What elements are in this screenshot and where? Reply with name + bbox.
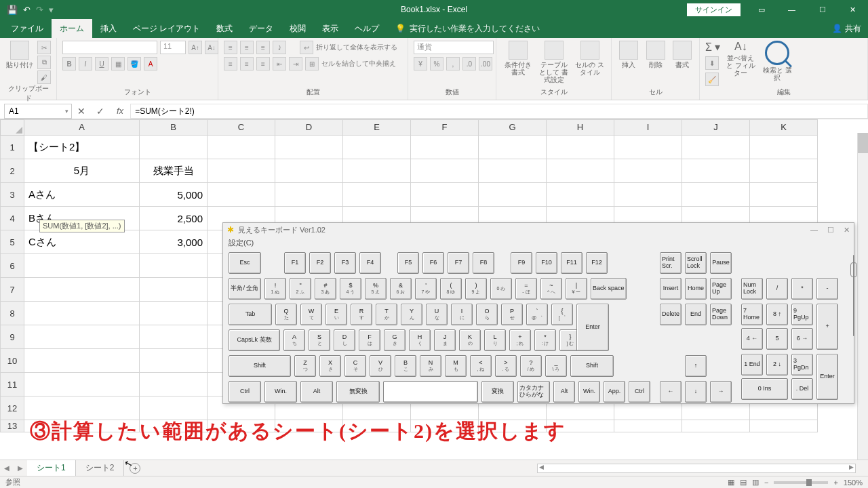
horizontal-scrollbar[interactable] xyxy=(537,464,856,473)
view-normal-icon[interactable]: ▦ xyxy=(728,478,734,487)
sheet-tab-1[interactable]: シート1 xyxy=(27,460,76,476)
font-size-combo[interactable]: 11 xyxy=(160,41,186,54)
key-lalt[interactable]: Alt xyxy=(300,381,333,403)
key-up[interactable]: ↑ xyxy=(685,355,707,377)
key-9[interactable]: )9 よ xyxy=(465,278,487,300)
paste-button[interactable]: 貼り付け xyxy=(5,41,33,68)
key-0[interactable]: 0 わ xyxy=(490,278,512,300)
key-6[interactable]: &6 お xyxy=(390,278,412,300)
underline-icon[interactable]: U xyxy=(95,57,108,70)
tab-file[interactable]: ファイル xyxy=(3,19,52,38)
row-11[interactable]: 11 xyxy=(0,373,24,396)
key-slash[interactable]: ?/ め xyxy=(520,355,542,377)
key-pgup[interactable]: Page Up xyxy=(710,278,732,300)
key-num7[interactable]: 7 Home xyxy=(741,304,763,325)
row-7[interactable]: 7 xyxy=(0,278,24,302)
col-H[interactable]: H xyxy=(547,119,614,136)
border-icon[interactable]: ▦ xyxy=(111,57,125,70)
col-C[interactable]: C xyxy=(208,119,275,136)
col-G[interactable]: G xyxy=(479,119,547,136)
tab-formulas[interactable]: 数式 xyxy=(208,19,241,38)
key-numminus[interactable]: - xyxy=(816,278,838,300)
key-scrlk[interactable]: Scroll Lock xyxy=(685,252,707,274)
key-k[interactable]: Kの xyxy=(459,329,481,351)
key-f11[interactable]: F11 xyxy=(561,252,583,274)
row-2[interactable]: 2 xyxy=(0,159,24,183)
kb-close[interactable]: ✕ xyxy=(844,226,850,235)
row-13[interactable]: 13 xyxy=(0,420,24,432)
key-g[interactable]: Gき xyxy=(384,329,406,351)
key-num2[interactable]: 2 ↓ xyxy=(766,354,788,375)
key-lctrl[interactable]: Ctrl xyxy=(229,381,261,403)
key-app[interactable]: App. xyxy=(604,381,625,403)
key-f3[interactable]: F3 xyxy=(334,252,356,274)
key-pgdn[interactable]: Page Down xyxy=(710,304,732,325)
minimize-button[interactable]: — xyxy=(776,0,807,19)
format-painter-icon[interactable]: 🖌 xyxy=(37,70,51,84)
zoom-out[interactable]: − xyxy=(764,479,768,487)
percent-icon[interactable]: % xyxy=(430,57,443,70)
key-2[interactable]: "2 ふ xyxy=(290,278,311,300)
key-v[interactable]: Vひ xyxy=(370,355,391,377)
cell-style-button[interactable]: セルの スタイル xyxy=(574,41,606,76)
vertical-scrollbar[interactable] xyxy=(857,133,868,460)
row-9[interactable]: 9 xyxy=(0,325,24,349)
key-3[interactable]: #3 あ xyxy=(315,278,336,300)
cell-A5[interactable]: Cさん xyxy=(24,230,140,254)
conditional-format-button[interactable]: 条件付き 書式 xyxy=(502,41,534,76)
key-end[interactable]: End xyxy=(685,304,707,325)
key-f2[interactable]: F2 xyxy=(309,252,331,274)
key-1[interactable]: !1 ぬ xyxy=(264,278,286,300)
key-f7[interactable]: F7 xyxy=(448,252,469,274)
ribbon-options-icon[interactable]: ▭ xyxy=(746,0,776,19)
key-colon[interactable]: *: け xyxy=(534,329,556,351)
number-format-combo[interactable]: 通貨 xyxy=(414,41,494,54)
sort-filter-button[interactable]: A↓並べ替えと フィルター xyxy=(724,41,757,77)
tab-layout[interactable]: ページ レイアウト xyxy=(125,19,208,38)
formula-bar[interactable]: =SUM(シート2!) xyxy=(130,104,868,119)
enter-formula-icon[interactable]: ✓ xyxy=(96,106,104,117)
cut-icon[interactable]: ✂ xyxy=(37,41,51,54)
key-backslash[interactable]: _\ ろ xyxy=(545,355,567,377)
align-top-icon[interactable]: ≡ xyxy=(224,41,237,54)
key-f1[interactable]: F1 xyxy=(284,252,306,274)
name-box[interactable]: A1 xyxy=(4,104,72,119)
key-r[interactable]: Rす xyxy=(351,304,372,325)
increase-font-icon[interactable]: A↑ xyxy=(189,41,202,54)
col-E[interactable]: E xyxy=(343,119,411,136)
format-cells-button[interactable]: 書式 xyxy=(671,41,694,68)
align-left-icon[interactable]: ≡ xyxy=(224,57,237,70)
key-z[interactable]: Zつ xyxy=(294,355,316,377)
key-num1[interactable]: 1 End xyxy=(741,354,763,375)
key-m[interactable]: Mも xyxy=(445,355,467,377)
cell-B5[interactable]: 3,000 xyxy=(140,230,208,254)
sheet-tab-2[interactable]: シート2 xyxy=(76,460,125,476)
bold-icon[interactable]: B xyxy=(62,57,76,70)
key-comma[interactable]: <, ね xyxy=(470,355,492,377)
row-3[interactable]: 3 xyxy=(0,183,24,207)
key-c[interactable]: Cそ xyxy=(344,355,366,377)
wrap-text-icon[interactable]: ↩ xyxy=(300,41,313,54)
key-n[interactable]: Nみ xyxy=(420,355,441,377)
copy-icon[interactable]: ⧉ xyxy=(37,56,51,69)
insert-cells-button[interactable]: 挿入 xyxy=(617,41,640,68)
select-all-corner[interactable] xyxy=(0,119,24,136)
cancel-formula-icon[interactable]: ✕ xyxy=(77,106,85,117)
row-5[interactable]: 5 xyxy=(0,230,24,254)
view-layout-icon[interactable]: ▤ xyxy=(740,478,747,487)
sheet-nav-next[interactable]: ▶ xyxy=(14,464,27,472)
dec-decimal-icon[interactable]: .00 xyxy=(479,57,492,70)
align-bottom-icon[interactable]: ≡ xyxy=(256,41,270,54)
key-rctrl[interactable]: Ctrl xyxy=(629,381,650,403)
indent-inc-icon[interactable]: ⇥ xyxy=(289,57,302,70)
key-num0[interactable]: 0 Ins xyxy=(741,378,788,400)
align-center-icon[interactable]: ≡ xyxy=(240,57,254,70)
key-i[interactable]: Iに xyxy=(451,304,473,325)
font-color-icon[interactable]: A xyxy=(144,57,157,70)
table-format-button[interactable]: テーブルとして 書式設定 xyxy=(538,41,570,83)
align-middle-icon[interactable]: ≡ xyxy=(240,41,254,54)
key-f[interactable]: Fは xyxy=(359,329,380,351)
key-henkan[interactable]: 変換 xyxy=(481,381,514,403)
font-combo[interactable] xyxy=(62,41,157,54)
col-J[interactable]: J xyxy=(682,119,750,136)
